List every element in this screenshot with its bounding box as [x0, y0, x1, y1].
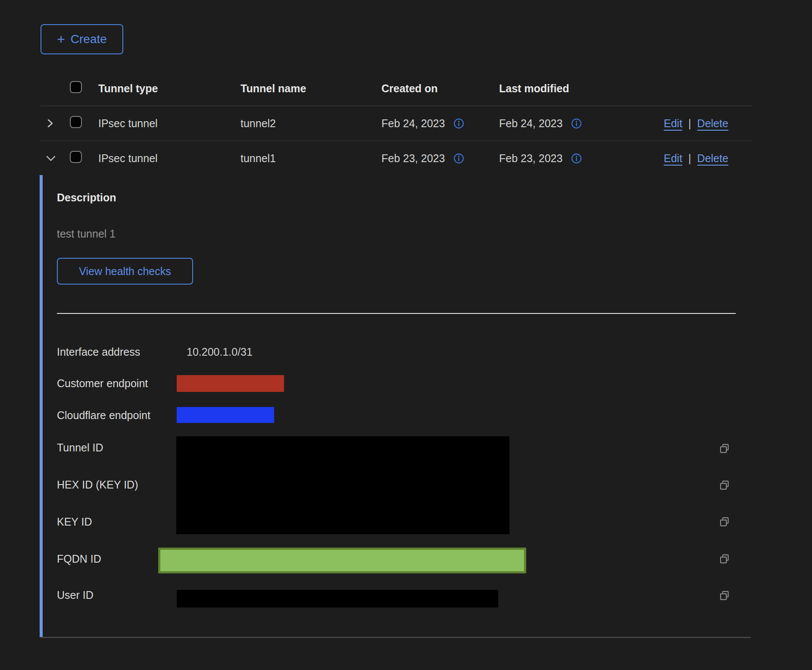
created-on-cell: Feb 24, 2023: [381, 117, 499, 130]
row-actions: Edit | Delete: [664, 117, 752, 130]
row-checkbox[interactable]: [70, 151, 82, 163]
action-separator: |: [688, 117, 691, 130]
chevron-down-icon: [45, 153, 56, 163]
customer-endpoint-redaction: [177, 375, 284, 392]
copy-icon: [718, 589, 731, 602]
column-header-tunnel-name: Tunnel name: [240, 82, 381, 95]
column-header-tunnel-type: Tunnel type: [98, 82, 240, 95]
info-icon[interactable]: [571, 153, 582, 164]
action-separator: |: [688, 152, 691, 165]
column-header-last-modified: Last modified: [499, 82, 664, 95]
expanded-row-accent-bar: [40, 175, 43, 637]
expand-row-button[interactable]: [41, 118, 70, 128]
tunnel-type-cell: IPsec tunnel: [98, 152, 240, 165]
row-actions: Edit | Delete: [664, 152, 752, 165]
edit-link[interactable]: Edit: [664, 117, 682, 130]
info-icon[interactable]: [571, 118, 582, 129]
interface-address-value: 10.200.1.0/31: [187, 345, 253, 358]
created-on-value: Feb 23, 2023: [381, 152, 445, 165]
created-on-value: Feb 24, 2023: [381, 117, 445, 130]
user-id-label: User ID: [57, 589, 94, 601]
tunnel-id-label: Tunnel ID: [57, 441, 103, 454]
copy-user-id-button[interactable]: [718, 589, 731, 602]
column-header-created-on: Created on: [381, 82, 499, 95]
customer-endpoint-label: Customer endpoint: [57, 377, 148, 390]
interface-address-label: Interface address: [57, 345, 140, 358]
created-on-cell: Feb 23, 2023: [381, 152, 499, 165]
copy-icon: [718, 442, 731, 455]
create-button-label: Create: [71, 32, 107, 46]
fqdn-id-redaction: [158, 548, 526, 573]
panel-bottom-divider: [41, 637, 751, 638]
last-modified-cell: Feb 23, 2023: [499, 152, 664, 165]
view-health-checks-button[interactable]: View health checks: [57, 258, 193, 285]
hex-id-label: HEX ID (KEY ID): [57, 478, 138, 491]
row-checkbox-cell: [70, 116, 98, 131]
copy-fqdn-id-button[interactable]: [718, 553, 731, 566]
info-icon[interactable]: [453, 153, 464, 164]
tunnel-name-cell: tunnel2: [240, 117, 381, 130]
ids-redaction-block: [176, 436, 509, 534]
description-label: Description: [57, 191, 116, 204]
table-row-tunnel1: IPsec tunnel tunnel1 Feb 23, 2023 Feb 23…: [41, 141, 752, 175]
tunnel-type-cell: IPsec tunnel: [98, 117, 240, 130]
copy-key-id-button[interactable]: [718, 516, 731, 529]
cloudflare-endpoint-label: Cloudflare endpoint: [57, 409, 150, 422]
key-id-label: KEY ID: [57, 515, 92, 528]
chevron-right-icon: [45, 118, 55, 128]
plus-icon: +: [57, 32, 65, 46]
tunnels-table: Tunnel type Tunnel name Created on Last …: [41, 71, 752, 175]
copy-icon: [718, 553, 731, 566]
last-modified-cell: Feb 24, 2023: [499, 117, 664, 130]
table-row-tunnel2: IPsec tunnel tunnel2 Feb 24, 2023 Feb 24…: [41, 106, 752, 141]
header-checkbox-cell: [70, 81, 98, 96]
fqdn-id-label: FQDN ID: [57, 552, 101, 565]
edit-link[interactable]: Edit: [664, 152, 682, 165]
delete-link[interactable]: Delete: [697, 152, 728, 165]
collapse-row-button[interactable]: [41, 153, 70, 163]
tunnel-name-cell: tunnel1: [240, 152, 381, 165]
section-divider: [57, 313, 736, 314]
user-id-redaction: [177, 590, 498, 607]
copy-tunnel-id-button[interactable]: [718, 442, 731, 455]
select-all-checkbox[interactable]: [70, 81, 82, 93]
last-modified-value: Feb 23, 2023: [499, 152, 562, 165]
row-checkbox[interactable]: [70, 116, 82, 128]
create-button[interactable]: + Create: [41, 24, 123, 54]
info-icon[interactable]: [453, 118, 464, 129]
description-value: test tunnel 1: [57, 228, 116, 240]
table-header-row: Tunnel type Tunnel name Created on Last …: [41, 71, 752, 106]
copy-icon: [718, 479, 731, 492]
delete-link[interactable]: Delete: [697, 117, 728, 130]
copy-hex-id-button[interactable]: [718, 479, 731, 492]
last-modified-value: Feb 24, 2023: [499, 117, 562, 130]
cloudflare-endpoint-redaction: [177, 407, 274, 423]
copy-icon: [718, 516, 731, 529]
row-checkbox-cell: [70, 151, 98, 166]
ipsec-tunnels-page: + Create Tunnel type Tunnel name Created…: [0, 0, 812, 670]
